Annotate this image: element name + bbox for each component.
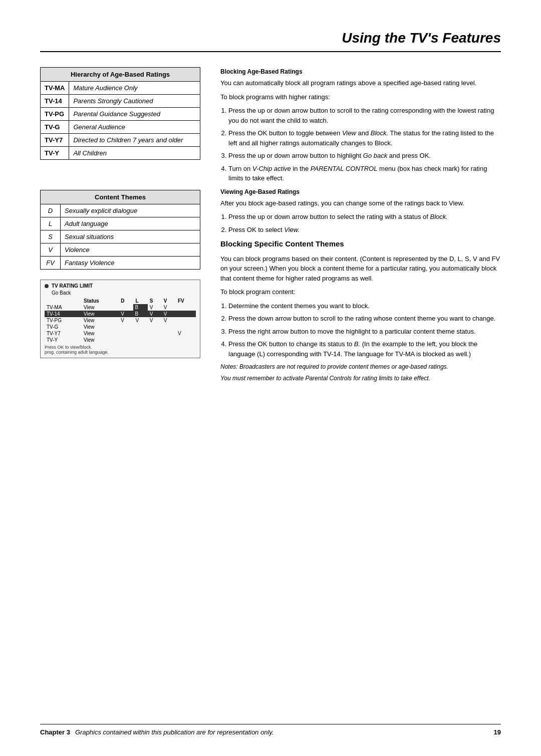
list-item: Press the up or down arrow button to scr… — [228, 106, 501, 125]
table-row: VViolence — [41, 243, 200, 257]
go-back-label: Go Back — [52, 290, 196, 296]
rating-code-cell: TV-MA — [41, 82, 69, 95]
tv-rating-table: Status D L S V FV TV-MAViewBVVTV-14ViewV… — [45, 298, 196, 343]
tv-rating-row: TV-PGViewVVVV — [45, 317, 196, 324]
theme-desc-cell: Violence — [61, 243, 200, 257]
page-footer: Chapter 3 Graphics contained within this… — [40, 724, 501, 736]
ui-dot-icon — [45, 284, 49, 288]
list-item: Press OK to select View. — [228, 225, 501, 235]
tv-rating-row: TV-Y7ViewV — [45, 330, 196, 337]
table-row: TV-Y7Directed to Children 7 years and ol… — [41, 134, 200, 147]
footer-chapter: Chapter 3 — [40, 728, 70, 736]
theme-desc-cell: Fantasy Violence — [61, 257, 200, 270]
blocking-specific-heading: Blocking Specific Content Themes — [220, 238, 501, 250]
footer-desc: Graphics contained within this publicati… — [75, 728, 274, 736]
blocking-age-section: Blocking Age-Based Ratings You can autom… — [220, 67, 501, 183]
page-title: Using the TV's Features — [40, 30, 501, 52]
footer-left: Chapter 3 Graphics contained within this… — [40, 728, 274, 736]
table-row: FVFantasy Violence — [41, 257, 200, 270]
list-item: Press the up or down arrow button to sel… — [228, 212, 501, 222]
tv-rating-ui: TV RATING LIMIT Go Back Status D L S V F… — [40, 280, 200, 358]
viewing-age-section: Viewing Age-Based Ratings After you bloc… — [220, 187, 501, 235]
theme-desc-cell: Adult language — [61, 217, 200, 230]
blocking-specific-para1: You can block programs based on their co… — [220, 254, 501, 284]
tv-rating-row: TV-YView — [45, 337, 196, 343]
table-row: TV-14Parents Strongly Cautioned — [41, 95, 200, 108]
theme-code-cell: L — [41, 217, 61, 230]
ui-title: TV RATING LIMIT — [52, 283, 93, 289]
table-row: TV-PGParental Guidance Suggested — [41, 108, 200, 121]
blocking-specific-section: Blocking Specific Content Themes You can… — [220, 238, 501, 383]
rating-code-cell: TV-Y — [41, 147, 69, 160]
note1: Notes: Broadcasters are not required to … — [220, 363, 501, 371]
viewing-age-para1: After you block age-based ratings, you c… — [220, 198, 501, 208]
theme-code-cell: S — [41, 230, 61, 243]
left-column: Hierarchy of Age-Based Ratings TV-MAMatu… — [40, 67, 200, 386]
tv-rating-row: TV-14ViewVBVV — [45, 311, 196, 317]
age-table-header: Hierarchy of Age-Based Ratings — [41, 68, 200, 82]
note2: You must remember to activate Parental C… — [220, 374, 501, 383]
list-item: Press the OK button to change its status… — [228, 339, 501, 359]
table-row: SSexual situations — [41, 230, 200, 243]
blocking-specific-para2: To block program content: — [220, 287, 501, 297]
rating-desc-cell: Directed to Children 7 years and older — [69, 134, 200, 147]
theme-desc-cell: Sexually explicit dialogue — [61, 204, 200, 217]
rating-code-cell: TV-G — [41, 121, 69, 134]
list-item: Press the down arrow button to scroll to… — [228, 314, 501, 324]
viewing-age-heading: Viewing Age-Based Ratings — [220, 187, 501, 196]
press-ok-note: Press OK to view/block. prog. containing… — [45, 345, 196, 355]
list-item: Determine the content themes you want to… — [228, 301, 501, 311]
blocking-specific-steps: Determine the content themes you want to… — [228, 301, 501, 359]
rating-desc-cell: Mature Audience Only — [69, 82, 200, 95]
table-row: LAdult language — [41, 217, 200, 230]
list-item: Press the OK button to toggle between Vi… — [228, 128, 501, 148]
theme-code-cell: V — [41, 243, 61, 257]
list-item: Press the right arrow button to move the… — [228, 327, 501, 337]
age-ratings-table: Hierarchy of Age-Based Ratings TV-MAMatu… — [40, 67, 200, 160]
table-row: TV-MAMature Audience Only — [41, 82, 200, 95]
theme-desc-cell: Sexual situations — [61, 230, 200, 243]
rating-desc-cell: Parental Guidance Suggested — [69, 108, 200, 121]
right-column: Blocking Age-Based Ratings You can autom… — [220, 67, 501, 386]
list-item: Turn on V-Chip active in the PARENTAL CO… — [228, 164, 501, 183]
tv-rating-row: TV-MAViewBVV — [45, 304, 196, 311]
footer-page-number: 19 — [494, 728, 501, 736]
ui-header: TV RATING LIMIT — [45, 283, 196, 289]
rating-desc-cell: General Audience — [69, 121, 200, 134]
blocking-age-para1: You can automatically block all program … — [220, 78, 501, 88]
list-item: Press the up or down arrow button to hig… — [228, 151, 501, 161]
viewing-age-steps: Press the up or down arrow button to sel… — [228, 212, 501, 234]
table-row: DSexually explicit dialogue — [41, 204, 200, 217]
rating-code-cell: TV-PG — [41, 108, 69, 121]
rating-code-cell: TV-14 — [41, 95, 69, 108]
content-themes-table: Content Themes DSexually explicit dialog… — [40, 190, 200, 270]
rating-desc-cell: All Children — [69, 147, 200, 160]
theme-code-cell: D — [41, 204, 61, 217]
tv-rating-row: TV-GView — [45, 324, 196, 330]
blocking-age-steps: Press the up or down arrow button to scr… — [228, 106, 501, 183]
blocking-age-para2: To block programs with higher ratings: — [220, 92, 501, 102]
table-row: TV-GGeneral Audience — [41, 121, 200, 134]
blocking-age-heading: Blocking Age-Based Ratings — [220, 67, 501, 76]
themes-table-header: Content Themes — [41, 190, 200, 204]
page-container: Using the TV's Features Hierarchy of Age… — [0, 0, 541, 756]
table-row: TV-YAll Children — [41, 147, 200, 160]
theme-code-cell: FV — [41, 257, 61, 270]
rating-desc-cell: Parents Strongly Cautioned — [69, 95, 200, 108]
main-content: Hierarchy of Age-Based Ratings TV-MAMatu… — [40, 67, 501, 386]
rating-code-cell: TV-Y7 — [41, 134, 69, 147]
